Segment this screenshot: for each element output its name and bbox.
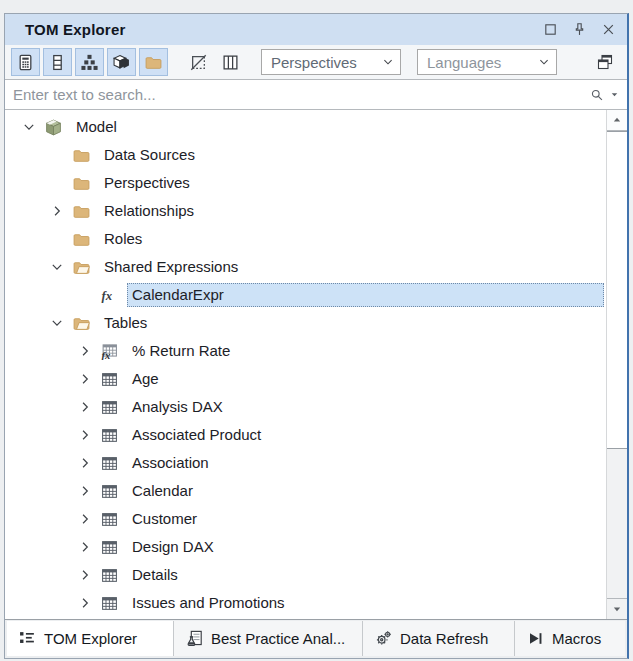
tree-item-perspectives[interactable]: Perspectives [5, 169, 606, 197]
chevron-right-icon[interactable] [71, 540, 99, 554]
tree-item-association[interactable]: Association [5, 449, 606, 477]
window-controls [539, 19, 619, 41]
pin-button[interactable] [568, 19, 590, 41]
table-icon [99, 371, 120, 388]
tree-item-label: Roles [99, 227, 147, 251]
tree-item-customer[interactable]: Customer [5, 505, 606, 533]
chevron-right-icon[interactable] [43, 204, 71, 218]
chevron-right-icon[interactable] [71, 596, 99, 610]
folder-icon [145, 54, 162, 71]
tom-explorer-window: TOM Explorer Perspectives Languages Mode… [4, 13, 629, 659]
scrollbar-thumb[interactable] [607, 131, 627, 449]
tree-item-age[interactable]: Age [5, 365, 606, 393]
tree-item-label: Details [127, 563, 183, 587]
chevron-right-icon[interactable] [71, 400, 99, 414]
tree-item-label: Age [127, 367, 164, 391]
chevron-right-icon[interactable] [71, 372, 99, 386]
tab-tom-explorer[interactable]: TOM Explorer [7, 621, 174, 656]
hierarchy-icon [81, 54, 98, 71]
tree-item-label: Associated Product [127, 423, 266, 447]
tree-item-tables[interactable]: Tables [5, 309, 606, 337]
tree-item-details[interactable]: Details [5, 561, 606, 589]
tab-label: Data Refresh [400, 630, 488, 647]
window-title: TOM Explorer [25, 21, 125, 38]
perspectives-dropdown-value: Perspectives [271, 54, 382, 71]
table-icon [99, 511, 120, 528]
search-input[interactable] [13, 86, 585, 103]
tree-item-label: Tables [99, 311, 152, 335]
tree-item-roles[interactable]: Roles [5, 225, 606, 253]
tree-item-return-rate[interactable]: fx% Return Rate [5, 337, 606, 365]
tab-data-refresh[interactable]: Data Refresh [363, 621, 515, 656]
search-icon[interactable] [590, 88, 604, 102]
chevron-down-icon[interactable] [15, 120, 43, 134]
tree-item-label: Model [71, 115, 122, 139]
tree-item-shared-expressions[interactable]: Shared Expressions [5, 253, 606, 281]
chevron-right-icon[interactable] [71, 428, 99, 442]
tab-label: Best Practice Anal... [211, 630, 345, 647]
tree-item-model[interactable]: Model [5, 113, 606, 141]
toolbar-button-cube[interactable] [107, 48, 136, 76]
tree-item-design-dax[interactable]: Design DAX [5, 533, 606, 561]
columns-icon [222, 54, 239, 71]
chevron-right-icon[interactable] [71, 512, 99, 526]
model-tree: ModelData SourcesPerspectivesRelationshi… [5, 110, 606, 619]
scroll-down-button[interactable] [607, 598, 627, 619]
tree-item-associated-product[interactable]: Associated Product [5, 421, 606, 449]
table-icon [99, 455, 120, 472]
vertical-scrollbar[interactable] [606, 110, 627, 619]
maximize-button[interactable] [539, 19, 561, 41]
toolbar-button-folder[interactable] [139, 48, 168, 76]
tree-item-calendar[interactable]: Calendar [5, 477, 606, 505]
model-tree-panel: ModelData SourcesPerspectivesRelationshi… [5, 110, 627, 619]
toolbar-button-rows[interactable] [43, 48, 72, 76]
search-options-caret-icon[interactable] [609, 89, 620, 100]
chevron-right-icon[interactable] [71, 568, 99, 582]
tree-item-issues-and-promotions[interactable]: Issues and Promotions [5, 589, 606, 617]
best-practice-icon [186, 630, 203, 647]
table-icon [99, 595, 120, 612]
chevron-down-icon [382, 56, 394, 68]
toolbar-button-columns[interactable] [216, 48, 245, 76]
tree-item-label: Perspectives [99, 171, 195, 195]
tab-macros[interactable]: Macros [515, 621, 625, 656]
tree-item-data-sources[interactable]: Data Sources [5, 141, 606, 169]
chevron-down-icon [538, 56, 550, 68]
scroll-up-button[interactable] [607, 110, 627, 131]
toolbar-button-calculator[interactable] [11, 48, 40, 76]
chevron-right-icon[interactable] [71, 484, 99, 498]
hidden-objects-icon [190, 54, 207, 71]
toolbar-button-hierarchy[interactable] [75, 48, 104, 76]
chevron-down-icon[interactable] [43, 260, 71, 274]
chevron-right-icon[interactable] [71, 344, 99, 358]
tree-item-calendarexpr[interactable]: fxCalendarExpr [5, 281, 606, 309]
tree-item-label: Calendar [127, 479, 198, 503]
tab-best-practice-anal[interactable]: Best Practice Anal... [174, 621, 363, 656]
tree-item-label: % Return Rate [127, 339, 235, 363]
table-icon [99, 399, 120, 416]
tree-item-relationships[interactable]: Relationships [5, 197, 606, 225]
languages-dropdown[interactable]: Languages [417, 49, 557, 75]
tree-view-icon [19, 630, 36, 647]
table-icon [99, 539, 120, 556]
scrollbar-track[interactable] [607, 131, 627, 598]
toolbar-button-group [11, 48, 245, 76]
chevron-right-icon[interactable] [71, 456, 99, 470]
macros-icon [527, 630, 544, 647]
cascade-windows-icon [597, 54, 613, 70]
close-button[interactable] [597, 19, 619, 41]
toolbar-button-hidden-objects[interactable] [184, 48, 213, 76]
tree-item-label: CalendarExpr [127, 283, 604, 307]
cascade-windows-button[interactable] [591, 48, 619, 76]
languages-dropdown-value: Languages [427, 54, 538, 71]
scroll-down-icon [611, 603, 623, 615]
tree-item-analysis-dax[interactable]: Analysis DAX [5, 393, 606, 421]
perspectives-dropdown[interactable]: Perspectives [261, 49, 401, 75]
tree-item-label: Shared Expressions [99, 255, 243, 279]
folder-icon [71, 203, 92, 220]
svg-text:fx: fx [102, 288, 113, 302]
tree-item-label: Design DAX [127, 535, 219, 559]
maximize-icon [543, 22, 558, 37]
chevron-down-icon[interactable] [43, 316, 71, 330]
cube-icon [113, 54, 130, 71]
